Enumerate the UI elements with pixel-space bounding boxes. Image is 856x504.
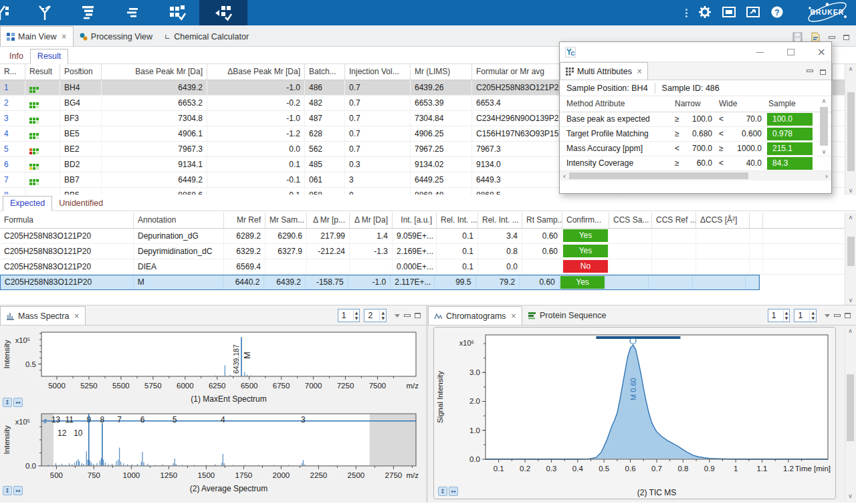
column-header[interactable]: Rt Samp... [522, 213, 562, 229]
window-title-bar[interactable]: C — × [560, 42, 831, 62]
window-switch-icon[interactable] [746, 7, 760, 19]
view-menu-icon[interactable] [395, 314, 400, 318]
save-icon[interactable] [792, 32, 802, 42]
maximize-view-icon[interactable] [820, 70, 826, 75]
table-row[interactable]: C205H258N83O121P20Depurination_dG6289.26… [0, 229, 856, 244]
column-header[interactable]: Wide [716, 96, 766, 112]
scroll-up-icon[interactable]: ∧ [849, 213, 853, 222]
scroll-thumb[interactable] [847, 237, 855, 266]
column-header[interactable]: Annotation [134, 213, 224, 229]
table-row[interactable]: C205H258N83O121P20M6440.26439.2-158.75-1… [0, 275, 760, 290]
maximize-view-icon[interactable] [843, 35, 849, 40]
subtab-result[interactable]: Result [30, 49, 68, 64]
subtab-unidentified[interactable]: Unidentified [52, 197, 110, 211]
attribute-row[interactable]: Base peak as expected≥100.0<70.0100.0 [560, 112, 831, 127]
tab-processing-view[interactable]: Processing View [74, 27, 158, 46]
column-header[interactable]: Mr (LIMS) [411, 64, 472, 80]
attribute-row[interactable]: Target Profile Matching≥0.680<0.6000.978 [560, 127, 831, 142]
column-header[interactable]: Mr Sam... [265, 213, 307, 229]
zoom-horizontal-button[interactable]: ↔ [449, 487, 458, 496]
column-header[interactable]: ΔBase Peak Mr [Da] [207, 64, 305, 80]
tab-multi-attributes[interactable]: Multi Attributes × [560, 62, 648, 80]
subtab-expected[interactable]: Expected [3, 196, 52, 211]
overflow-dots-icon[interactable] [685, 9, 687, 17]
column-header[interactable]: Mr Ref [224, 213, 265, 229]
column-header[interactable]: Method Attribute [560, 96, 672, 112]
table-row[interactable]: C205H258N83O121P20DIEA6569.40.000E+...0.… [0, 259, 856, 275]
attribute-row[interactable]: Intensity Coverage≥60.0<40.084.3 [560, 156, 831, 171]
zoom-vertical-button[interactable]: ↕ [3, 398, 12, 407]
column-header[interactable]: Result [25, 64, 60, 80]
zoom-horizontal-button[interactable]: ↔ [13, 486, 23, 495]
chromatogram-vscrollbar[interactable]: ∧ ∨ [845, 327, 855, 501]
minimize-panel-icon[interactable] [404, 314, 411, 317]
scroll-down-icon[interactable]: ∨ [848, 492, 853, 501]
tab-main-view[interactable]: Main View × [0, 26, 74, 46]
help-icon[interactable]: ? [770, 5, 784, 21]
results-table-vscrollbar[interactable]: ∧ ∨ [845, 64, 856, 195]
column-header[interactable]: Confirm... [562, 213, 609, 229]
close-icon[interactable]: × [61, 33, 66, 40]
subtab-info[interactable]: Info [3, 49, 30, 64]
attribute-row[interactable]: Mass Accuracy [ppm]<700.0≥1000.0215.1 [560, 142, 831, 156]
antibody-partial-icon[interactable] [0, 0, 23, 25]
scroll-up-icon[interactable]: ∧ [848, 327, 853, 336]
column-header[interactable]: Base Peak Mr [Da] [102, 64, 207, 80]
column-header[interactable]: Narrow [672, 96, 716, 112]
tab-mass-spectra[interactable]: Mass Spectra × [0, 306, 86, 325]
minimize-view-icon[interactable] [807, 70, 813, 72]
settings-gear-icon[interactable] [698, 5, 712, 21]
tab-chemical-calculator[interactable]: ∟ Chemical Calculator [158, 27, 255, 46]
column-header[interactable]: Δ Mr [Da] [350, 213, 393, 229]
scroll-up-icon[interactable]: ∧ [822, 96, 827, 106]
attributes-hscrollbar[interactable]: ‹ › [560, 171, 831, 180]
expected-table-vscrollbar[interactable]: ∧ ∨ [845, 213, 856, 305]
antibody-icon[interactable] [23, 0, 67, 25]
column-header[interactable]: Injection Vol... [345, 64, 411, 80]
column-header[interactable]: Int. [a.u.] [393, 213, 437, 229]
peak-list-icon[interactable] [67, 0, 111, 25]
scroll-left-icon[interactable]: ‹ [560, 172, 569, 180]
window-maximize-icon[interactable] [787, 49, 794, 55]
scroll-thumb[interactable] [847, 92, 855, 171]
column-header[interactable]: ΔCCS [Å²] [696, 213, 750, 229]
column-header[interactable]: Rel. Int. ... [437, 213, 478, 229]
close-icon[interactable]: × [637, 68, 642, 75]
import-icon[interactable] [811, 32, 821, 42]
close-icon[interactable]: × [511, 312, 516, 320]
window-tile-icon[interactable] [722, 7, 736, 19]
view-menu-icon[interactable] [825, 314, 830, 318]
zoom-vertical-button[interactable]: ↕ [3, 486, 12, 495]
scroll-up-icon[interactable]: ∧ [849, 64, 853, 74]
chromatogram-rows-spinner[interactable]: 1▲▼ [794, 309, 817, 322]
close-icon[interactable]: × [74, 312, 79, 320]
column-header[interactable]: Sample Result [766, 96, 814, 112]
attributes-vscrollbar[interactable]: ∧ ∨ [818, 96, 830, 171]
spectrum-rows-spinner[interactable]: 2▲▼ [364, 309, 387, 322]
window-close-icon[interactable]: × [817, 45, 826, 58]
scroll-right-icon[interactable]: › [822, 172, 831, 180]
column-header[interactable]: Position∨ [60, 64, 102, 80]
tab-protein-sequence[interactable]: Protein Sequence [522, 306, 611, 325]
zoom-horizontal-button[interactable]: ↔ [13, 398, 23, 407]
spectrum-count-spinner[interactable]: 1▲▼ [338, 309, 360, 322]
column-header[interactable]: CCS Ref ... [652, 213, 696, 229]
scroll-thumb[interactable] [569, 172, 748, 179]
scroll-down-icon[interactable]: ∨ [849, 295, 853, 305]
tab-chromatograms[interactable]: Chromatograms × [428, 306, 522, 325]
zoom-vertical-button[interactable]: ↕ [438, 487, 447, 496]
column-header[interactable]: Δ Mr [p... [307, 213, 350, 229]
chromatogram-count-spinner[interactable]: 1▲▼ [768, 309, 790, 322]
scroll-down-icon[interactable]: ∨ [822, 147, 827, 156]
column-header[interactable]: CCS Sa... [609, 213, 652, 229]
scroll-down-icon[interactable]: ∨ [849, 186, 853, 195]
column-header[interactable]: R... [0, 64, 25, 80]
review-checklist-icon[interactable] [199, 0, 247, 25]
table-row[interactable]: C205H258N83O121P20Depyrimidination_dC632… [0, 244, 856, 259]
column-header[interactable]: Rel. Int. ... [478, 213, 522, 229]
minimize-view-icon[interactable] [829, 36, 835, 39]
scroll-thumb[interactable] [847, 374, 854, 441]
batch-checklist-icon[interactable] [155, 0, 199, 25]
column-header[interactable] [750, 213, 763, 229]
minimize-panel-icon[interactable] [834, 314, 841, 317]
